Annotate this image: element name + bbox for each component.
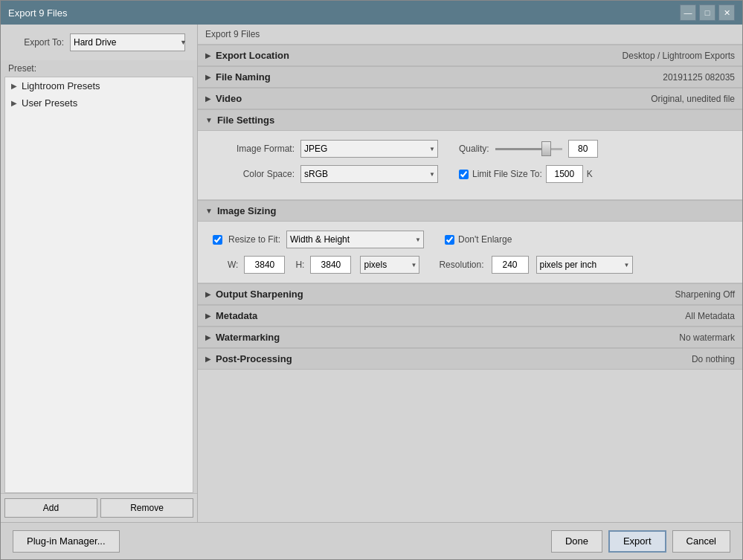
metadata-info: All Metadata (685, 311, 735, 321)
limit-file-size-input[interactable] (546, 165, 583, 183)
quality-slider-track (495, 148, 562, 150)
width-input[interactable] (244, 256, 285, 274)
resize-dropdown[interactable]: Width & Height Dimensions Long Edge Shor… (286, 231, 424, 248)
window-title: Export 9 Files (8, 7, 67, 19)
output-sharpening-header[interactable]: ▶ Output Sharpening Sharpening Off (198, 283, 742, 305)
right-content-scroll[interactable]: ▶ Export Location Desktop / Lightroom Ex… (198, 45, 742, 522)
watermarking-header[interactable]: ▶ Watermarking No watermark (198, 326, 742, 348)
export-to-select-wrapper: Hard Drive Email CD/DVD (70, 33, 190, 51)
export-location-info: Desktop / Lightroom Exports (623, 51, 735, 61)
post-processing-arrow: ▶ (205, 355, 211, 363)
color-space-select[interactable]: sRGB AdobeRGB ProPhoto RGB (300, 165, 438, 183)
metadata-arrow: ▶ (205, 312, 211, 320)
video-arrow: ▶ (205, 94, 211, 103)
left-panel: Export To: Hard Drive Email CD/DVD Prese… (1, 25, 198, 522)
remove-preset-button[interactable]: Remove (100, 498, 193, 518)
resolution-input[interactable] (492, 256, 529, 274)
watermarking-title: Watermarking (216, 332, 280, 343)
image-sizing-title: Image Sizing (217, 205, 276, 216)
file-settings-arrow: ▼ (205, 116, 213, 124)
metadata-header[interactable]: ▶ Metadata All Metadata (198, 305, 742, 326)
output-sharpening-title: Output Sharpening (216, 289, 303, 300)
export-location-header[interactable]: ▶ Export Location Desktop / Lightroom Ex… (198, 45, 742, 66)
quality-row: Quality: (459, 140, 598, 158)
export-to-select[interactable]: Hard Drive Email CD/DVD (70, 33, 185, 51)
metadata-header-left: ▶ Metadata (205, 310, 257, 321)
right-panel: Export 9 Files ▶ Export Location Desktop… (198, 25, 742, 522)
h-label: H: (295, 260, 304, 270)
color-space-label: Color Space: (213, 169, 295, 179)
resolution-unit-select[interactable]: pixels per inch pixels per cm (536, 256, 633, 274)
watermarking-arrow: ▶ (205, 333, 211, 341)
lightroom-presets-arrow: ▶ (11, 82, 17, 90)
done-button[interactable]: Done (551, 530, 602, 553)
resolution-label: Resolution: (439, 260, 483, 270)
preset-list: ▶ Lightroom Presets ▶ User Presets (4, 77, 193, 493)
resolution-unit-select-wrap: pixels per inch pixels per cm (536, 256, 633, 274)
post-processing-header[interactable]: ▶ Post-Processing Do nothing (198, 348, 742, 370)
watermarking-header-left: ▶ Watermarking (205, 332, 280, 343)
export-location-arrow: ▶ (205, 51, 211, 59)
output-sharpening-header-left: ▶ Output Sharpening (205, 289, 303, 300)
file-naming-info: 20191125 082035 (663, 72, 735, 83)
window-controls: — □ ✕ (680, 4, 735, 21)
export-dialog: Export 9 Files — □ ✕ Export To: Hard Dri… (0, 0, 743, 560)
export-location-header-left: ▶ Export Location (205, 50, 289, 61)
minimize-button[interactable]: — (680, 4, 696, 21)
user-presets-arrow: ▶ (11, 99, 17, 107)
height-input[interactable] (310, 256, 351, 274)
resize-to-fit-checkbox[interactable] (213, 235, 222, 245)
output-sharpening-arrow: ▶ (205, 290, 211, 298)
post-processing-title: Post-Processing (216, 353, 292, 364)
image-format-label: Image Format: (213, 144, 295, 154)
video-title: Video (216, 93, 242, 104)
preset-item-user[interactable]: ▶ User Presets (5, 94, 193, 112)
image-format-select[interactable]: JPEG PNG TIFF PSD DNG (300, 140, 438, 158)
lightroom-presets-label: Lightroom Presets (22, 80, 100, 91)
pixels-select-wrap: pixels inches cm (360, 256, 419, 274)
pixels-select[interactable]: pixels inches cm (360, 256, 419, 274)
preset-item-lightroom[interactable]: ▶ Lightroom Presets (5, 77, 193, 94)
image-sizing-header-left: ▼ Image Sizing (205, 205, 276, 216)
metadata-title: Metadata (216, 310, 257, 321)
file-naming-header-left: ▶ File Naming (205, 71, 271, 83)
quality-slider-container (495, 141, 562, 157)
k-unit-label: K (587, 169, 593, 179)
resize-to-fit-row: Resize to Fit: Width & Height Dimensions… (213, 231, 727, 248)
export-to-label: Export To: (8, 37, 64, 48)
image-format-select-wrap: JPEG PNG TIFF PSD DNG (300, 140, 438, 158)
image-sizing-header[interactable]: ▼ Image Sizing (198, 200, 742, 222)
titlebar: Export 9 Files — □ ✕ (1, 1, 742, 25)
dont-enlarge-row: Don't Enlarge (445, 234, 512, 245)
right-panel-title: Export 9 Files (198, 25, 742, 45)
video-info: Original, unedited file (651, 94, 735, 104)
main-area: Export To: Hard Drive Email CD/DVD Prese… (1, 25, 742, 522)
bottom-bar: Plug-in Manager... Done Export Cancel (1, 522, 742, 559)
watermarking-info: No watermark (679, 332, 735, 343)
image-format-row: Image Format: JPEG PNG TIFF PSD DNG Q (213, 140, 727, 158)
add-preset-button[interactable]: Add (4, 498, 97, 518)
w-label: W: (228, 260, 238, 270)
video-header[interactable]: ▶ Video Original, unedited file (198, 88, 742, 109)
quality-input[interactable] (568, 140, 598, 158)
dont-enlarge-checkbox[interactable] (445, 235, 454, 245)
limit-file-size-checkbox[interactable] (459, 170, 469, 179)
file-settings-title: File Settings (217, 115, 274, 126)
cancel-button[interactable]: Cancel (672, 530, 730, 553)
image-sizing-body: Resize to Fit: Width & Height Dimensions… (198, 222, 742, 283)
file-naming-arrow: ▶ (205, 73, 211, 81)
user-presets-label: User Presets (22, 97, 77, 109)
video-header-left: ▶ Video (205, 93, 242, 104)
color-space-select-wrap: sRGB AdobeRGB ProPhoto RGB (300, 165, 438, 183)
post-processing-info: Do nothing (692, 354, 735, 364)
file-settings-header[interactable]: ▼ File Settings (198, 109, 742, 131)
close-button[interactable]: ✕ (718, 4, 735, 21)
export-to-row: Export To: Hard Drive Email CD/DVD (1, 25, 197, 60)
file-naming-header[interactable]: ▶ File Naming 20191125 082035 (198, 66, 742, 88)
plugin-manager-button[interactable]: Plug-in Manager... (13, 530, 120, 553)
export-button[interactable]: Export (608, 530, 666, 553)
file-naming-title: File Naming (216, 71, 271, 83)
maximize-button[interactable]: □ (699, 4, 715, 21)
quality-slider-thumb[interactable] (541, 141, 551, 156)
resize-dropdown-wrap: Width & Height Dimensions Long Edge Shor… (286, 231, 424, 248)
